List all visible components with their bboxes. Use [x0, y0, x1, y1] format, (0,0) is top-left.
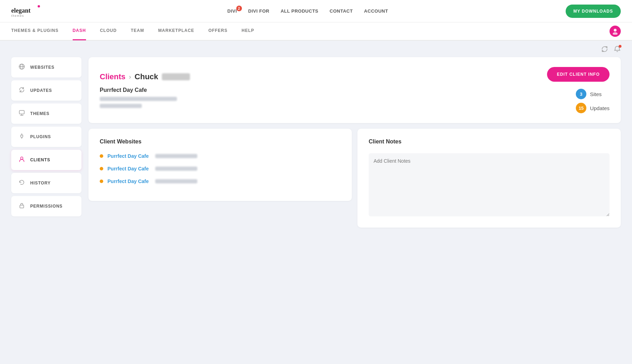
- clients-icon: [18, 156, 25, 164]
- svg-point-10: [21, 157, 23, 160]
- sidebar-item-history[interactable]: HISTORY: [11, 173, 81, 193]
- stats-area: 3 Sites 15 Updates: [576, 89, 610, 113]
- client-name-blurred: [162, 73, 190, 80]
- client-websites-title: Client Websites: [100, 139, 341, 145]
- sidebar-item-permissions[interactable]: PERMISSIONS: [11, 196, 81, 216]
- main-layout: WEBSITES UPDATES THEMES PLUGINS CLIENTS: [0, 57, 632, 239]
- breadcrumb-clients-link[interactable]: Clients: [100, 72, 125, 81]
- my-downloads-button[interactable]: MY DOWNLOADS: [566, 5, 621, 18]
- updates-label: Updates: [590, 105, 610, 111]
- breadcrumb-nav: Clients › Chuck: [100, 72, 190, 81]
- website-dot-3: [100, 180, 103, 183]
- cards-row: Client Websites Purrfect Day Cafe Purrfe…: [88, 129, 621, 228]
- website-blurred-3: [155, 179, 197, 183]
- plugins-icon: [18, 133, 25, 141]
- sidebar-item-label-clients: CLIENTS: [30, 157, 50, 162]
- svg-point-5: [614, 29, 617, 32]
- globe-icon: [18, 63, 25, 71]
- client-notes-textarea[interactable]: [369, 153, 610, 216]
- permissions-icon: [18, 202, 25, 210]
- sidebar-item-label-themes: THEMES: [30, 111, 50, 116]
- svg-text:elegant: elegant: [11, 7, 31, 14]
- svg-text:themes: themes: [11, 14, 24, 17]
- bell-notification-dot: [619, 45, 621, 48]
- tab-cloud[interactable]: CLOUD: [100, 22, 117, 40]
- website-link-3[interactable]: Purrfect Day Cafe: [107, 178, 149, 184]
- sidebar-item-label-updates: UPDATES: [30, 88, 52, 93]
- sidebar: WEBSITES UPDATES THEMES PLUGINS CLIENTS: [11, 57, 81, 216]
- top-nav-right: MY DOWNLOADS: [566, 5, 621, 18]
- divi-notification-badge: 2: [236, 6, 242, 11]
- client-details-blurred-1: [100, 97, 177, 101]
- refresh-icon[interactable]: [601, 46, 608, 54]
- nav-divi[interactable]: DIVI 2: [228, 8, 237, 14]
- themes-icon: [18, 110, 25, 117]
- tab-team[interactable]: TEAM: [131, 22, 144, 40]
- breadcrumb-right: EDIT CLIENT INFO 3 Sites 15 Updates: [547, 67, 610, 113]
- history-icon: [18, 179, 25, 187]
- tab-themes-plugins[interactable]: THEMES & PLUGINS: [11, 22, 59, 40]
- bell-icon[interactable]: [614, 46, 621, 54]
- website-item-1: Purrfect Day Cafe: [100, 153, 341, 159]
- nav-all-products[interactable]: ALL PRODUCTS: [281, 8, 318, 14]
- updates-stat-row: 15 Updates: [576, 103, 610, 113]
- client-notes-title: Client Notes: [369, 139, 610, 145]
- website-link-1[interactable]: Purrfect Day Cafe: [107, 153, 149, 159]
- client-company-name: Purrfect Day Cafe: [100, 87, 190, 93]
- sidebar-item-plugins[interactable]: PLUGINS: [11, 127, 81, 147]
- logo[interactable]: elegant themes: [11, 4, 43, 19]
- tab-dash[interactable]: DASH: [73, 22, 86, 40]
- svg-rect-9: [19, 110, 24, 114]
- tab-marketplace[interactable]: MARKETPLACE: [158, 22, 194, 40]
- nav-account[interactable]: ACCOUNT: [364, 8, 388, 14]
- website-blurred-2: [155, 167, 197, 171]
- avatar[interactable]: [610, 26, 621, 37]
- breadcrumb-left: Clients › Chuck Purrfect Day Cafe: [100, 72, 190, 108]
- website-dot-2: [100, 167, 103, 170]
- client-notes-card: Client Notes: [357, 129, 621, 228]
- website-item-2: Purrfect Day Cafe: [100, 166, 341, 171]
- nav-contact[interactable]: CONTACT: [330, 8, 353, 14]
- content-area: Clients › Chuck Purrfect Day Cafe EDIT C…: [88, 57, 621, 228]
- sidebar-item-label-plugins: PLUGINS: [30, 134, 51, 139]
- top-nav: elegant themes DIVI 2 DIVI FOR ALL PRODU…: [0, 0, 632, 22]
- sidebar-item-label-permissions: PERMISSIONS: [30, 204, 62, 209]
- svg-rect-11: [20, 205, 24, 208]
- edit-client-info-button[interactable]: EDIT CLIENT INFO: [547, 67, 610, 82]
- website-link-2[interactable]: Purrfect Day Cafe: [107, 166, 149, 171]
- sidebar-item-websites[interactable]: WEBSITES: [11, 57, 81, 77]
- sidebar-item-themes[interactable]: THEMES: [11, 103, 81, 124]
- client-details-blurred-2: [100, 104, 142, 108]
- client-websites-card: Client Websites Purrfect Day Cafe Purrfe…: [88, 129, 352, 201]
- sub-nav: THEMES & PLUGINS DASH CLOUD TEAM MARKETP…: [0, 22, 632, 41]
- tab-offers[interactable]: OFFERS: [208, 22, 228, 40]
- updates-icon: [18, 87, 25, 94]
- nav-divi-for[interactable]: DIVI FOR: [248, 8, 269, 14]
- sidebar-item-label-history: HISTORY: [30, 181, 51, 186]
- svg-point-6: [613, 32, 618, 35]
- tab-help[interactable]: HELP: [242, 22, 254, 40]
- sites-count-badge: 3: [576, 89, 586, 99]
- website-dot-1: [100, 154, 103, 158]
- breadcrumb-card: Clients › Chuck Purrfect Day Cafe EDIT C…: [88, 57, 621, 123]
- breadcrumb-arrow: ›: [129, 73, 131, 81]
- sidebar-item-clients[interactable]: CLIENTS: [11, 150, 81, 170]
- client-info: Purrfect Day Cafe: [100, 87, 190, 108]
- sites-stat-row: 3 Sites: [576, 89, 610, 99]
- website-blurred-1: [155, 154, 197, 158]
- updates-count-badge: 15: [576, 103, 586, 113]
- toolbar-row: [0, 41, 632, 57]
- breadcrumb-client-name: Chuck: [134, 72, 158, 81]
- sites-label: Sites: [590, 91, 601, 97]
- sidebar-item-label-websites: WEBSITES: [30, 65, 54, 70]
- website-item-3: Purrfect Day Cafe: [100, 178, 341, 184]
- sidebar-item-updates[interactable]: UPDATES: [11, 80, 81, 101]
- top-nav-links: DIVI 2 DIVI FOR ALL PRODUCTS CONTACT ACC…: [64, 8, 552, 14]
